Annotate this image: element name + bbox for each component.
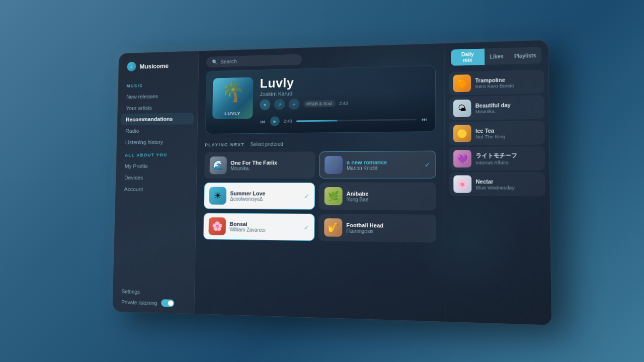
card-title-summer: Summer Love [230, 190, 265, 196]
tab-likes[interactable]: Likes [485, 48, 509, 65]
search-icon: 🔍 [212, 59, 217, 65]
card-title-football: Football Head [346, 222, 383, 228]
track-title: Luvly [260, 73, 428, 89]
card-title-romance: a new romance [347, 159, 387, 165]
app-container: ♪ Musicome MUSIC New releases Your artis… [112, 40, 552, 325]
song-list: 🟠 Trampoline Kero Kero Bonito 🌤 Beautifu… [445, 67, 551, 325]
track-card-info-summer: Summer Love ΔcoolworxsysΔ [230, 190, 265, 202]
sidebar-item-recommandations[interactable]: Recommandations [121, 113, 194, 125]
album-label: LUVLY [224, 111, 240, 116]
genre-tag: #R&B & Soul [303, 100, 335, 108]
sidebar-item-listening-history[interactable]: Listening history [117, 136, 197, 148]
right-panel: Daily mix Likes Playlists 🟠 Trampoline K… [444, 41, 552, 325]
song-artist-trampoline: Kero Kero Bonito [475, 82, 540, 89]
song-artist-nectar: Blue Wednesday [476, 185, 541, 191]
track-card-romance[interactable]: 🎵 a new romance Marlon Knicht ✓ [319, 151, 436, 178]
card-artist-summer: ΔcoolworxsysΔ [230, 196, 265, 202]
sidebar-item-my-profile[interactable]: My Profile [116, 160, 197, 172]
next-button[interactable]: ⏭ [421, 115, 428, 123]
track-card-summer-love[interactable]: ☀ Summer Love ΔcoolworxsysΔ ✓ [204, 183, 315, 210]
card-artist-bonsai: William Zavareei [229, 227, 265, 233]
song-artist-raito: Internet Affairs [475, 159, 540, 165]
track-card-one-felix[interactable]: 🌊 One For The Fælix Mounika. [204, 151, 315, 178]
search-bar[interactable]: 🔍 Search [206, 54, 302, 67]
track-card-football[interactable]: 🎷 Football Head Flamingosis [318, 214, 436, 243]
track-thumb-one-felix: 🌊 [210, 156, 227, 174]
card-title-one-felix: One For The Fælix [230, 159, 277, 165]
song-name-nectar: Nectar [476, 178, 541, 185]
duration-tag: 2:43 [339, 101, 348, 106]
sidebar-item-devices[interactable]: Devices [116, 172, 197, 184]
song-thumb-trampoline: 🟠 [453, 74, 471, 92]
song-thumb-icetea: 🟡 [453, 125, 471, 142]
progress-fill [296, 120, 338, 122]
time-current: 2:43 [284, 119, 292, 124]
logo-icon: ♪ [127, 62, 136, 71]
track-card-info-romance: a new romance Marlon Knicht [347, 159, 387, 170]
song-item-trampoline[interactable]: 🟠 Trampoline Kero Kero Bonito [449, 69, 544, 95]
card-title-bonsai: Bonsai [229, 221, 265, 227]
playing-next-label: PLAYING NEXT [205, 142, 245, 147]
playing-next-header: PLAYING NEXT Select prefered [205, 140, 436, 147]
sidebar-item-radio[interactable]: Radio [117, 124, 197, 137]
track-card-anibabe[interactable]: 🌿 Anibabe Yung Bae [319, 183, 436, 211]
play-button[interactable]: ▶ [270, 116, 280, 126]
track-thumb-summer: ☀ [209, 187, 226, 205]
card-title-anibabe: Anibabe [347, 191, 369, 197]
track-cards-grid: 🌊 One For The Fælix Mounika. 🎵 a new rom… [203, 151, 436, 243]
sidebar-section-about: ALL ABOUT YOU [117, 147, 197, 160]
song-info-raito: ライトモチーフ Internet Affairs [475, 152, 540, 165]
song-item-raito[interactable]: 💜 ライトモチーフ Internet Affairs [449, 146, 545, 171]
track-thumb-romance: 🎵 [325, 156, 343, 174]
tab-daily-mix[interactable]: Daily mix [451, 49, 485, 66]
private-listening-label: Private listening [121, 299, 157, 306]
song-info-beautiful: Beautiful day Mounika. [475, 101, 540, 114]
player-controls: ⏮ ▶ 2:43 ⏭ [260, 114, 428, 127]
select-preferred-label: Select prefered [250, 141, 283, 147]
check-icon-bonsai: ✓ [304, 223, 309, 231]
track-card-info-anibabe: Anibabe Yung Bae [347, 191, 369, 202]
song-item-nectar[interactable]: 🌸 Nectar Blue Wednesday [449, 172, 545, 196]
track-card-info-football: Football Head Flamingosis [346, 222, 383, 234]
palm-icon: 🌴 [221, 80, 246, 103]
progress-bar[interactable] [296, 119, 417, 122]
sidebar-item-account[interactable]: Account [116, 184, 196, 195]
progress-area: ⏮ ▶ 2:43 ⏭ [260, 114, 428, 127]
share-button[interactable]: ↗ [274, 99, 285, 110]
private-listening-toggle[interactable] [161, 299, 174, 307]
prev-button[interactable]: ⏮ [260, 118, 267, 125]
song-info-trampoline: Trampoline Kero Kero Bonito [475, 75, 539, 88]
track-card-bonsai[interactable]: 🌸 Bonsai William Zavareei ✓ [203, 213, 315, 241]
search-placeholder: Search [220, 58, 237, 64]
card-artist-football: Flamingosis [346, 228, 383, 234]
check-icon-summer: ✓ [304, 192, 309, 200]
track-card-info: One For The Fælix Mounika. [230, 159, 277, 171]
album-art: 🌴 LUVLY [212, 77, 253, 119]
track-thumb-bonsai: 🌸 [208, 217, 226, 235]
song-info-icetea: Ice Tea Not The King. [475, 127, 540, 139]
now-playing-area: 🌴 LUVLY Luvly Joakim Karud ♥ ↗ + #R&B & … [198, 65, 445, 139]
track-card-info-bonsai: Bonsai William Zavareei [229, 221, 265, 233]
add-button[interactable]: + [289, 99, 300, 110]
song-thumb-raito: 💜 [453, 150, 471, 167]
song-thumb-beautiful: 🌤 [453, 100, 471, 117]
playing-next-section: PLAYING NEXT Select prefered 🌊 One For T… [194, 137, 445, 322]
tabs-header: Daily mix Likes Playlists [445, 41, 548, 70]
main-content: 🔍 Search 🌴 LUVLY Luvly Joakim Karud ♥ ↗ [194, 44, 445, 322]
sidebar-item-new-releases[interactable]: New releases [118, 89, 198, 103]
song-item-icetea[interactable]: 🟡 Ice Tea Not The King. [449, 121, 544, 145]
song-name-raito: ライトモチーフ [475, 152, 540, 159]
card-artist-romance: Marlon Knicht [347, 165, 387, 170]
song-artist-icetea: Not The King. [475, 133, 540, 139]
sidebar-item-your-artists[interactable]: Your artists [118, 101, 198, 114]
sidebar-section-music: MUSIC [118, 77, 198, 91]
settings-item[interactable]: Settings [122, 288, 186, 296]
track-meta: ♥ ↗ + #R&B & Soul 2:43 [260, 96, 428, 110]
song-artist-beautiful: Mounika. [475, 107, 540, 114]
like-button[interactable]: ♥ [260, 99, 270, 110]
tab-playlists[interactable]: Playlists [509, 47, 541, 64]
song-item-beautiful[interactable]: 🌤 Beautiful day Mounika. [449, 95, 544, 120]
check-icon-romance: ✓ [425, 161, 430, 168]
card-artist-one-felix: Mounika. [230, 165, 277, 171]
private-listening-row: Private listening [121, 298, 186, 307]
